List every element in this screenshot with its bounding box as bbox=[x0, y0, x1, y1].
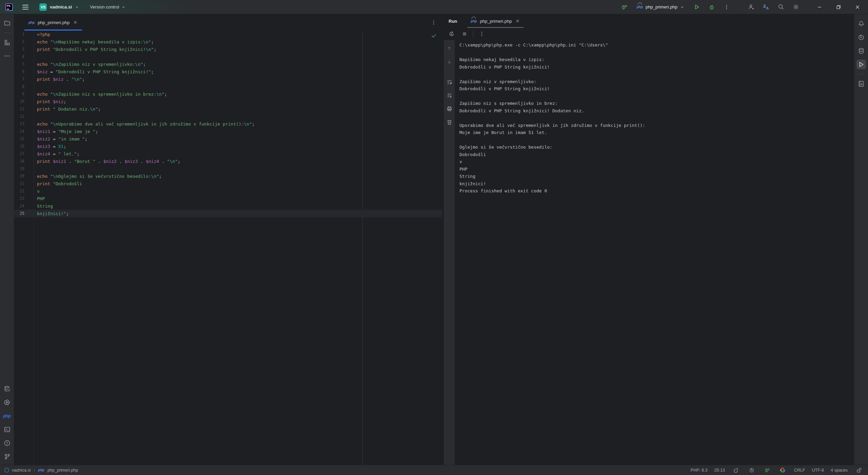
water-drop-icon[interactable] bbox=[732, 466, 741, 475]
line-number[interactable]: 16 bbox=[14, 144, 24, 149]
line-number[interactable]: 6 bbox=[14, 69, 24, 74]
run-tab-php-primeri[interactable]: php php_primeri.php ✕ bbox=[467, 14, 524, 28]
minimize-window-icon[interactable] bbox=[815, 3, 824, 12]
code-line[interactable]: 5echo "\nZapišimo niz v spremenljivko:\n… bbox=[14, 60, 442, 68]
code-line[interactable]: 14$niz1 = "Moje ime je "; bbox=[14, 128, 442, 135]
version-control-widget[interactable]: Version control bbox=[88, 3, 127, 11]
code-line[interactable]: 20echo "\nOglejmo si še večvrstično bese… bbox=[14, 172, 442, 180]
line-number[interactable]: 18 bbox=[14, 159, 24, 164]
ai-assistant-status-icon[interactable] bbox=[747, 466, 756, 475]
problems-tool-icon[interactable] bbox=[2, 438, 12, 448]
line-number[interactable]: 23 bbox=[14, 196, 24, 201]
clear-all-icon[interactable] bbox=[445, 117, 454, 126]
google-icon[interactable] bbox=[778, 466, 787, 475]
soft-wrap-icon[interactable] bbox=[445, 78, 454, 87]
run-tab-close-icon[interactable]: ✕ bbox=[515, 18, 520, 24]
print-icon[interactable] bbox=[445, 104, 454, 113]
code-line[interactable]: 2echo "\nNapišimo nekaj besedila v izpis… bbox=[14, 38, 442, 45]
debug-listener-status-icon[interactable] bbox=[763, 466, 772, 475]
terminal-tool-icon[interactable] bbox=[2, 425, 12, 434]
code-line[interactable]: 13echo "\nUporabimo dve ali več spremenl… bbox=[14, 120, 442, 128]
line-number[interactable]: 19 bbox=[14, 166, 24, 171]
code-line[interactable]: 19 bbox=[14, 165, 442, 172]
code-line[interactable]: 3print "Dobrodošli v PHP String knjižnic… bbox=[14, 45, 442, 53]
project-tool-icon[interactable] bbox=[2, 18, 12, 28]
services-tool-icon[interactable] bbox=[2, 398, 12, 407]
database-tool-icon[interactable] bbox=[2, 384, 12, 394]
php-tool-icon[interactable]: php bbox=[2, 411, 12, 421]
run-panel-icon[interactable] bbox=[856, 60, 866, 69]
ai-assistant-icon[interactable] bbox=[856, 33, 866, 42]
run-configuration-selector[interactable]: php php_primeri.php bbox=[635, 3, 686, 11]
code-line[interactable]: 16$niz3 = 51; bbox=[14, 142, 442, 150]
settings-gear-icon[interactable] bbox=[791, 3, 800, 12]
line-number[interactable]: 9 bbox=[14, 92, 24, 96]
line-number[interactable]: 8 bbox=[14, 84, 24, 89]
code-line[interactable]: 4 bbox=[14, 53, 442, 60]
line-number[interactable]: 21 bbox=[14, 181, 24, 186]
line-number[interactable]: 3 bbox=[14, 47, 24, 52]
line-separator-widget[interactable]: CRLF bbox=[794, 468, 805, 473]
line-number[interactable]: 2 bbox=[14, 39, 24, 44]
code-line[interactable]: 23PHP bbox=[14, 195, 442, 202]
line-number[interactable]: 15 bbox=[14, 136, 24, 141]
code-line[interactable]: 8 bbox=[14, 83, 442, 90]
run-more-options-icon[interactable] bbox=[477, 30, 486, 38]
code-line[interactable]: 22v bbox=[14, 187, 442, 195]
code-line[interactable]: 18print $niz1 . "Borut " . $niz2 . $niz3… bbox=[14, 157, 442, 165]
line-number[interactable]: 1 bbox=[14, 32, 24, 37]
code-line[interactable]: 6$niz = "Dobrodošli v PHP String knjižni… bbox=[14, 68, 442, 75]
code-editor[interactable]: 1<?php2echo "\nNapišimo nekaj besedila v… bbox=[14, 31, 442, 465]
breadcrumb-project[interactable]: vadnica.si bbox=[12, 468, 31, 473]
line-number[interactable]: 12 bbox=[14, 114, 24, 119]
code-line[interactable]: 25knjižnici!"; bbox=[14, 210, 442, 217]
run-button[interactable] bbox=[692, 3, 701, 12]
scroll-to-end-icon[interactable] bbox=[445, 91, 454, 100]
stop-icon[interactable] bbox=[460, 30, 469, 38]
next-occurrence-icon[interactable] bbox=[445, 57, 454, 66]
line-number[interactable]: 13 bbox=[14, 121, 24, 126]
main-menu-icon[interactable] bbox=[21, 3, 30, 11]
documentation-icon[interactable]: A bbox=[856, 79, 866, 89]
line-number[interactable]: 5 bbox=[14, 62, 24, 66]
code-line[interactable]: 24String bbox=[14, 202, 442, 210]
debug-listener-icon[interactable] bbox=[620, 3, 629, 12]
code-line[interactable]: 21print "Dobrodošli bbox=[14, 180, 442, 187]
project-widget[interactable]: VS vadnica.si bbox=[37, 2, 81, 12]
rerun-icon[interactable] bbox=[447, 30, 456, 38]
tab-close-icon[interactable]: ✕ bbox=[73, 19, 78, 25]
restore-window-icon[interactable] bbox=[834, 3, 843, 12]
more-actions-icon[interactable] bbox=[722, 3, 731, 12]
line-number[interactable]: 22 bbox=[14, 189, 24, 193]
translate-icon[interactable]: A bbox=[762, 3, 770, 12]
line-number[interactable]: 10 bbox=[14, 99, 24, 104]
console-output[interactable]: C:\xampp\php\php.exe -c C:\xampp\php\php… bbox=[455, 40, 854, 465]
caret-position-widget[interactable]: 25:13 bbox=[714, 468, 725, 473]
structure-tool-icon[interactable] bbox=[2, 38, 12, 47]
editor-options-icon[interactable] bbox=[431, 20, 436, 25]
code-line[interactable]: 10print $niz; bbox=[14, 98, 442, 105]
line-number[interactable]: 11 bbox=[14, 107, 24, 111]
prev-occurrence-icon[interactable] bbox=[445, 44, 454, 53]
indent-widget[interactable]: 4 spaces bbox=[831, 468, 848, 473]
git-branch-tool-icon[interactable] bbox=[2, 452, 12, 461]
search-everywhere-icon[interactable] bbox=[776, 3, 785, 12]
line-number[interactable]: 14 bbox=[14, 129, 24, 134]
line-number[interactable]: 4 bbox=[14, 54, 24, 59]
php-version-widget[interactable]: PHP: 8.3 bbox=[691, 468, 708, 473]
code-line[interactable]: 1<?php bbox=[14, 31, 442, 38]
database-panel-icon[interactable] bbox=[856, 46, 866, 56]
breadcrumb-file[interactable]: php_primeri.php bbox=[47, 468, 78, 473]
notifications-bell-icon[interactable] bbox=[856, 19, 866, 28]
line-number[interactable]: 17 bbox=[14, 151, 24, 156]
close-window-icon[interactable] bbox=[853, 3, 862, 12]
code-line[interactable]: 11print " Dodaten niz.\n"; bbox=[14, 105, 442, 113]
editor-tab-php-primeri[interactable]: php php_primeri.php ✕ bbox=[24, 14, 82, 31]
debug-button[interactable] bbox=[707, 3, 716, 12]
code-with-me-icon[interactable] bbox=[747, 3, 755, 12]
code-line[interactable]: 17$niz4 = " let."; bbox=[14, 150, 442, 157]
more-tool-windows-icon[interactable] bbox=[2, 51, 12, 61]
encoding-widget[interactable]: UTF-8 bbox=[812, 468, 824, 473]
code-line[interactable]: 15$niz2 = "in imam "; bbox=[14, 135, 442, 142]
lock-open-icon[interactable] bbox=[854, 466, 863, 475]
